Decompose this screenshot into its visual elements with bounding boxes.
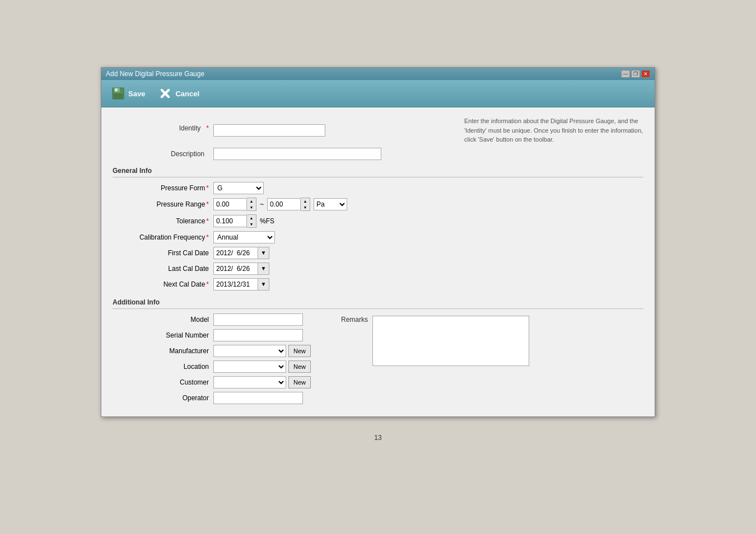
window-title: Add New Digital Pressure Gauge [106,70,204,78]
serial-number-row: Serial Number [113,329,311,341]
additional-content: Model Serial Number [113,313,643,407]
info-text: Enter the information about the Digital … [464,116,643,144]
svg-marker-5 [161,89,170,98]
restore-button[interactable]: ❐ [631,70,640,78]
last-cal-date-row: Last Cal Date ▼ [113,263,643,275]
pressure-form-select[interactable]: G A D [213,182,264,194]
tolerance-label: Tolerance [176,217,205,225]
next-cal-date-row: Next Cal Date * ▼ [113,278,643,291]
first-cal-date-picker[interactable]: ▼ [258,247,269,259]
first-cal-date-field: ▼ [213,247,269,259]
next-cal-date-picker[interactable]: ▼ [258,278,269,291]
customer-new-button[interactable]: New [288,376,311,388]
pressure-range-max-input[interactable] [267,198,301,210]
pressure-range-min-down[interactable]: ▼ [247,204,256,210]
first-cal-date-row: First Cal Date ▼ [113,247,643,259]
cal-frequency-required: * [206,233,209,241]
manufacturer-label: Manufacturer [169,347,209,355]
model-row: Model [113,313,311,326]
customer-label: Customer [180,378,209,386]
next-cal-date-required: * [206,280,209,288]
operator-label: Operator [183,394,209,402]
additional-section: Additional Info Model [113,298,643,407]
save-icon [110,86,126,101]
main-window: Add New Digital Pressure Gauge — ❐ ✕ Sa [101,67,655,417]
tolerance-up[interactable]: ▲ [247,215,256,221]
general-section-title: General Info [113,167,643,175]
additional-left: Model Serial Number [113,313,311,407]
pressure-form-required: * [206,184,209,192]
first-cal-date-input[interactable] [213,247,258,259]
serial-number-label: Serial Number [166,331,209,339]
pressure-range-max-up[interactable]: ▲ [301,198,310,204]
cancel-label: Cancel [175,90,199,98]
pressure-unit-select[interactable]: Pa kPa MPa bar psi [314,198,347,210]
pressure-form-row: Pressure Form * G A D [113,182,643,194]
customer-select[interactable] [213,376,286,388]
svg-rect-3 [114,93,123,99]
first-cal-date-label: First Cal Date [168,249,209,257]
toolbar: Save Cancel [101,80,655,107]
last-cal-date-label: Last Cal Date [168,265,209,273]
title-bar: Add New Digital Pressure Gauge — ❐ ✕ [101,68,655,80]
customer-row: Customer New [113,376,311,388]
save-button[interactable]: Save [107,83,148,104]
pressure-range-row: Pressure Range * ▲ ▼ ~ ▲ [113,198,643,211]
pressure-range-min-input[interactable] [213,198,247,210]
serial-number-input[interactable] [213,329,303,341]
window-controls: — ❐ ✕ [621,70,650,78]
cal-frequency-select[interactable]: Annual Semi-Annual Quarterly Monthly [213,231,275,243]
pressure-range-max-spinner-btns: ▲ ▼ [301,198,310,211]
description-input[interactable] [213,148,381,160]
tolerance-spinner-btns: ▲ ▼ [247,214,256,228]
last-cal-date-input[interactable] [213,263,258,275]
identity-required: * [206,124,209,132]
close-button[interactable]: ✕ [641,70,650,78]
cancel-icon [157,86,173,101]
remarks-label: Remarks [333,316,372,324]
pressure-range-min-up[interactable]: ▲ [247,198,256,204]
cancel-button[interactable]: Cancel [154,83,203,104]
identity-input[interactable] [213,124,325,137]
next-cal-date-field: ▼ [213,278,269,291]
last-cal-date-field: ▼ [213,263,269,275]
cal-frequency-row: Calibration Frequency * Annual Semi-Annu… [113,231,643,243]
next-cal-date-label: Next Cal Date [164,280,206,288]
location-select[interactable] [213,360,286,373]
minimize-button[interactable]: — [621,70,630,78]
location-row: Location New [113,360,311,373]
location-label: Location [184,363,209,371]
additional-section-title: Additional Info [113,298,643,306]
range-tilde: ~ [260,200,264,208]
tolerance-row: Tolerance * ▲ ▼ %FS [113,214,643,228]
save-label: Save [128,90,145,98]
model-input[interactable] [213,313,303,326]
remarks-textarea[interactable] [372,316,529,366]
tolerance-spinner: ▲ ▼ [213,214,256,228]
manufacturer-select[interactable] [213,345,286,357]
operator-row: Operator [113,392,311,404]
description-row: Description [113,148,643,160]
tolerance-input[interactable] [213,215,247,227]
pressure-form-label: Pressure Form [161,184,205,192]
last-cal-date-picker[interactable]: ▼ [258,263,269,275]
tolerance-required: * [206,217,209,225]
model-label: Model [190,316,209,324]
pressure-range-min-spinner: ▲ ▼ [213,198,256,211]
tolerance-down[interactable]: ▼ [247,221,256,227]
cal-frequency-label: Calibration Frequency [139,233,205,241]
general-section: General Info Pressure Form * G A D [113,167,643,291]
description-label: Description [108,150,209,158]
pressure-range-min-spinner-btns: ▲ ▼ [247,198,256,211]
pressure-range-max-down[interactable]: ▼ [301,204,310,210]
location-new-button[interactable]: New [288,360,311,373]
pressure-range-required: * [206,200,209,208]
page-number: 13 [374,434,381,442]
operator-input[interactable] [213,392,303,404]
tolerance-unit: %FS [260,217,274,225]
identity-label: Identity [104,124,205,132]
manufacturer-new-button[interactable]: New [288,345,311,357]
manufacturer-row: Manufacturer New [113,345,311,357]
remarks-section: Remarks [333,316,529,407]
next-cal-date-input[interactable] [213,278,258,291]
